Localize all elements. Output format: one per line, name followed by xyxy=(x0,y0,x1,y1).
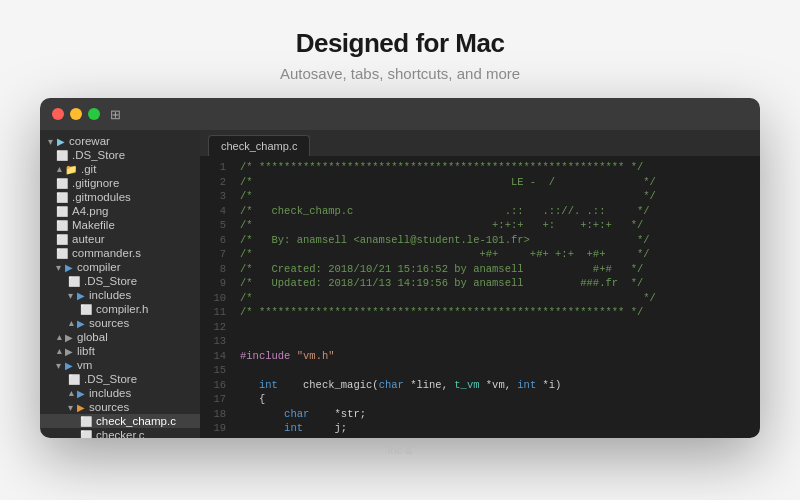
app-window: ⊞ ▾ ▶ corewar ⬜ .DS_Store ▸ 📁 .git ⬜ .gi… xyxy=(40,98,760,438)
sidebar-item-gitignore[interactable]: ⬜ .gitignore xyxy=(40,176,200,190)
file-icon: ⬜ xyxy=(68,374,80,385)
header: Designed for Mac Autosave, tabs, shortcu… xyxy=(0,0,800,98)
sidebar-item-compiler-h[interactable]: ⬜ compiler.h xyxy=(40,302,200,316)
file-icon: ⬜ xyxy=(68,276,80,287)
chevron-down-icon: ▾ xyxy=(68,402,73,413)
folder-icon: 📁 xyxy=(65,164,77,175)
traffic-lights xyxy=(52,108,100,120)
line-numbers: 1234567891011121314151617181920212223242… xyxy=(200,156,232,438)
folder-open-icon: ▶ xyxy=(57,136,65,147)
sidebar-item-compiler[interactable]: ▾ ▶ compiler xyxy=(40,260,200,274)
file-icon: ⬜ xyxy=(56,220,68,231)
file-icon: ⬜ xyxy=(56,178,68,189)
chevron-down-icon: ▾ xyxy=(48,136,53,147)
file-icon: ⬜ xyxy=(56,192,68,203)
tab-check-champ[interactable]: check_champ.c xyxy=(208,135,310,156)
folder-icon: ▶ xyxy=(65,332,73,343)
sidebar-item-commanders[interactable]: ⬜ commander.s xyxy=(40,246,200,260)
chevron-down-icon: ▾ xyxy=(56,360,61,371)
sidebar-item-global[interactable]: ▸ ▶ global xyxy=(40,330,200,344)
folder-open-icon: ▶ xyxy=(77,290,85,301)
footer: Inc & xyxy=(0,438,800,458)
sidebar-item-gitmodules[interactable]: ⬜ .gitmodules xyxy=(40,190,200,204)
sidebar-toggle-icon[interactable]: ⊞ xyxy=(110,107,121,122)
sidebar-item-makefile[interactable]: ⬜ Makefile xyxy=(40,218,200,232)
folder-open-icon: ▶ xyxy=(65,360,73,371)
folder-icon: ▶ xyxy=(77,388,85,399)
file-icon: ⬜ xyxy=(80,416,92,427)
sidebar-item-ds-store-2[interactable]: ⬜ .DS_Store xyxy=(40,274,200,288)
close-button[interactable] xyxy=(52,108,64,120)
minimize-button[interactable] xyxy=(70,108,82,120)
sidebar-item-corewar[interactable]: ▾ ▶ corewar xyxy=(40,134,200,148)
file-icon: ⬜ xyxy=(56,248,68,259)
sidebar-item-ds-store-1[interactable]: ⬜ .DS_Store xyxy=(40,148,200,162)
chevron-down-icon: ▾ xyxy=(56,262,61,273)
file-icon: ⬜ xyxy=(80,304,92,315)
sidebar-item-sources-compiler[interactable]: ▸ ▶ sources xyxy=(40,316,200,330)
folder-icon: ▶ xyxy=(65,346,73,357)
chevron-right-icon: ▸ xyxy=(65,321,76,326)
sidebar-item-vm[interactable]: ▾ ▶ vm xyxy=(40,358,200,372)
page-title: Designed for Mac xyxy=(0,28,800,59)
file-sidebar: ▾ ▶ corewar ⬜ .DS_Store ▸ 📁 .git ⬜ .giti… xyxy=(40,130,200,438)
sidebar-item-ds-store-vm[interactable]: ⬜ .DS_Store xyxy=(40,372,200,386)
file-icon: ⬜ xyxy=(80,430,92,439)
sidebar-item-check-champ[interactable]: ⬜ check_champ.c xyxy=(40,414,200,428)
editor-body[interactable]: 1234567891011121314151617181920212223242… xyxy=(200,156,760,438)
sidebar-item-git[interactable]: ▸ 📁 .git xyxy=(40,162,200,176)
titlebar: ⊞ xyxy=(40,98,760,130)
maximize-button[interactable] xyxy=(88,108,100,120)
sidebar-item-auteur[interactable]: ⬜ auteur xyxy=(40,232,200,246)
file-icon: ⬜ xyxy=(56,150,68,161)
sidebar-item-checker[interactable]: ⬜ checker.c xyxy=(40,428,200,438)
chevron-right-icon: ▸ xyxy=(53,167,64,172)
sidebar-item-includes-vm[interactable]: ▸ ▶ includes xyxy=(40,386,200,400)
folder-open-icon: ▶ xyxy=(77,402,85,413)
sidebar-item-sources-vm[interactable]: ▾ ▶ sources xyxy=(40,400,200,414)
editor-area: check_champ.c 12345678910111213141516171… xyxy=(200,130,760,438)
file-icon: ⬜ xyxy=(56,206,68,217)
chevron-right-icon: ▸ xyxy=(53,349,64,354)
sidebar-item-includes-compiler[interactable]: ▾ ▶ includes xyxy=(40,288,200,302)
main-content: ▾ ▶ corewar ⬜ .DS_Store ▸ 📁 .git ⬜ .giti… xyxy=(40,130,760,438)
tab-bar: check_champ.c xyxy=(200,130,760,156)
folder-open-icon: ▶ xyxy=(65,262,73,273)
sidebar-item-a4png[interactable]: ⬜ A4.png xyxy=(40,204,200,218)
chevron-right-icon: ▸ xyxy=(65,391,76,396)
chevron-right-icon: ▸ xyxy=(53,335,64,340)
folder-icon: ▶ xyxy=(77,318,85,329)
page-subtitle: Autosave, tabs, shortcuts, and more xyxy=(0,65,800,82)
chevron-down-icon: ▾ xyxy=(68,290,73,301)
sidebar-item-libft[interactable]: ▸ ▶ libft xyxy=(40,344,200,358)
code-content[interactable]: /* *************************************… xyxy=(232,156,760,438)
file-icon: ⬜ xyxy=(56,234,68,245)
